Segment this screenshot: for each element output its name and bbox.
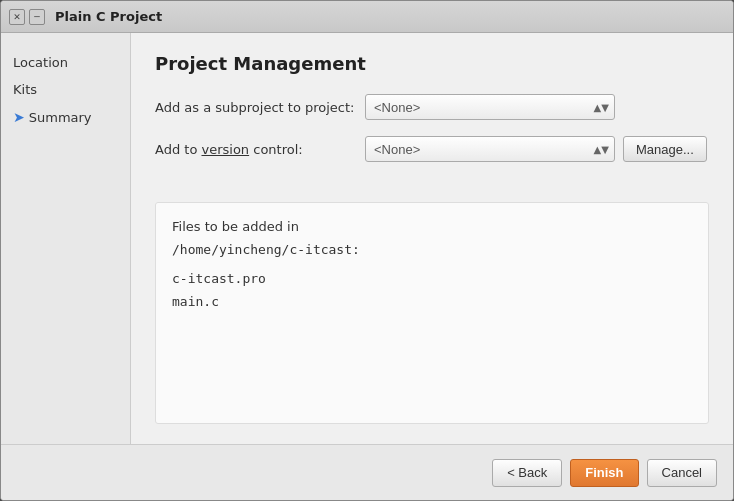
subproject-label: Add as a subproject to project: <box>155 100 365 115</box>
content-area: Location Kits ➤ Summary Project Manageme… <box>1 33 733 444</box>
main-window: ✕ ─ Plain C Project Location Kits ➤ Summ… <box>0 0 734 501</box>
files-header: Files to be added in <box>172 219 692 234</box>
manage-button[interactable]: Manage... <box>623 136 707 162</box>
subproject-select[interactable]: <None> <box>365 94 615 120</box>
finish-button[interactable]: Finish <box>570 459 638 487</box>
sidebar-item-location[interactable]: Location <box>1 49 130 76</box>
window-controls: ✕ ─ <box>9 9 45 25</box>
bottom-bar: < Back Finish Cancel <box>1 444 733 500</box>
active-arrow-icon: ➤ <box>13 109 25 125</box>
vcs-label: Add to version control: <box>155 142 365 157</box>
sidebar-item-location-label: Location <box>13 55 68 70</box>
close-button[interactable]: ✕ <box>9 9 25 25</box>
panel-title: Project Management <box>155 53 709 74</box>
sidebar-item-summary-label: Summary <box>29 110 92 125</box>
sidebar-item-summary[interactable]: ➤ Summary <box>1 103 130 131</box>
files-section: Files to be added in /home/yincheng/c-it… <box>155 202 709 424</box>
back-button[interactable]: < Back <box>492 459 562 487</box>
file-item-pro: c-itcast.pro <box>172 267 692 290</box>
files-list: c-itcast.pro main.c <box>172 267 692 314</box>
file-item-main: main.c <box>172 290 692 313</box>
sidebar: Location Kits ➤ Summary <box>1 33 131 444</box>
cancel-button[interactable]: Cancel <box>647 459 717 487</box>
vcs-select-wrapper: <None> ▲▼ <box>365 136 615 162</box>
sidebar-item-kits[interactable]: Kits <box>1 76 130 103</box>
window-title: Plain C Project <box>55 9 162 24</box>
sidebar-item-kits-label: Kits <box>13 82 37 97</box>
vcs-select[interactable]: <None> <box>365 136 615 162</box>
minimize-button[interactable]: ─ <box>29 9 45 25</box>
subproject-select-wrapper: <None> ▲▼ <box>365 94 615 120</box>
main-panel: Project Management Add as a subproject t… <box>131 33 733 444</box>
vcs-label-underlined: version <box>201 142 249 157</box>
files-path: /home/yincheng/c-itcast: <box>172 242 692 257</box>
subproject-row: Add as a subproject to project: <None> ▲… <box>155 94 709 120</box>
vcs-row: Add to version control: <None> ▲▼ Manage… <box>155 136 709 162</box>
titlebar: ✕ ─ Plain C Project <box>1 1 733 33</box>
